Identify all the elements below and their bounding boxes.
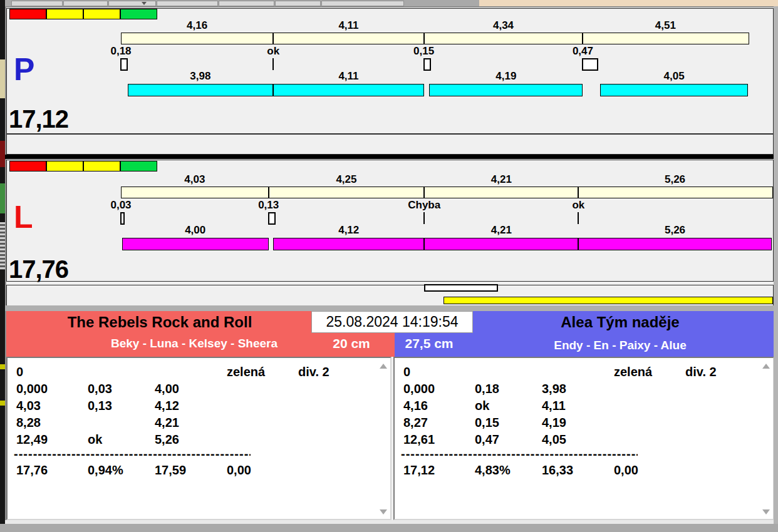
- scroll-down-icon[interactable]: [762, 509, 770, 514]
- result-cell: 0,47: [475, 432, 499, 447]
- between-lanes-strip: [6, 134, 774, 155]
- result-cell: 4,00: [155, 381, 179, 396]
- scroll-up-icon[interactable]: [380, 364, 387, 369]
- left-strip-fragment: [0, 59, 5, 98]
- results-panel-left[interactable]: 0zelenádiv. 20,0000,034,004,030,134,128,…: [6, 357, 392, 520]
- result-cell: 4,05: [542, 432, 566, 447]
- background-toolbar-segment: [219, 1, 274, 6]
- dog-time-label: 5,26: [644, 224, 707, 236]
- result-cell: 8,28: [16, 415, 41, 430]
- result-total-cell: 16,33: [542, 463, 573, 478]
- split-bar-divider: [423, 187, 425, 198]
- run-indicator-box: [83, 9, 120, 19]
- result-cell: 4,11: [542, 398, 566, 413]
- left-strip-fragment: [0, 364, 5, 369]
- split-time-bar: [121, 187, 773, 198]
- split-bar-divider: [582, 33, 583, 44]
- results-separator: ----------------------------------------…: [14, 446, 251, 461]
- dog-time-label: 4,21: [470, 224, 532, 236]
- dog-time-label: 4,05: [643, 70, 705, 82]
- result-cell: ok: [475, 398, 489, 413]
- result-total-cell: 17,76: [16, 463, 48, 478]
- run-indicator-box: [120, 161, 157, 171]
- result-cell: div. 2: [685, 364, 717, 379]
- result-cell: 12,61: [403, 432, 435, 447]
- split-time-label: 4,11: [317, 19, 380, 31]
- results-separator: ----------------------------------------…: [401, 446, 638, 461]
- result-cell: 0,03: [88, 381, 112, 396]
- result-cell: 0,13: [88, 398, 112, 413]
- result-cell: 4,21: [155, 415, 179, 430]
- white-marker-box: [424, 284, 498, 292]
- dog-run-bar-segment: [273, 84, 423, 96]
- split-bar-divider: [272, 33, 274, 44]
- team-dogs-right: Endy - En - Paixy - Alue: [473, 338, 767, 353]
- dog-run-bar-segment: [273, 238, 424, 250]
- lane-p-total: 17,12: [9, 105, 68, 133]
- scroll-up-icon[interactable]: [762, 364, 770, 369]
- dog-time-label: 3,98: [169, 70, 232, 82]
- change-marker-tick: [423, 212, 425, 224]
- dog-run-bar-segment: [424, 238, 578, 250]
- left-strip-fragment: [0, 401, 5, 406]
- result-cell: 0,000: [16, 381, 48, 396]
- change-time-label: ok: [242, 45, 304, 57]
- result-cell: 8,27: [403, 415, 428, 430]
- results-panel-right[interactable]: 0zelenádiv. 20,0000,183,984,16ok4,118,27…: [393, 357, 774, 520]
- change-time-label: ok: [547, 199, 609, 211]
- split-time-label: 4,21: [470, 173, 532, 185]
- result-cell: 4,12: [155, 398, 179, 413]
- split-bar-divider: [268, 187, 269, 198]
- dog-run-bar-segment: [600, 84, 748, 96]
- dog-time-label: 4,00: [164, 224, 227, 236]
- dropdown-arrow-icon[interactable]: [142, 2, 147, 5]
- run-indicator-box: [120, 9, 157, 19]
- result-cell: 0,000: [403, 381, 435, 396]
- result-total-cell: 17,12: [403, 463, 435, 478]
- change-time-label: 0,18: [90, 45, 152, 57]
- change-time-label: 0,03: [90, 199, 152, 211]
- split-time-label: 5,26: [644, 173, 707, 185]
- result-cell: 4,16: [403, 398, 428, 413]
- dog-run-bar-segment: [122, 238, 269, 250]
- change-marker-box: [423, 58, 431, 71]
- run-indicator-box: [46, 161, 83, 171]
- result-cell: 0: [16, 364, 23, 379]
- split-time-label: 4,34: [472, 19, 535, 31]
- dog-run-bar-segment: [429, 84, 583, 96]
- background-toolbar-segment: [63, 1, 108, 6]
- dog-time-label: 4,11: [317, 70, 380, 82]
- change-marker-box: [120, 212, 125, 225]
- change-time-label: Chyba: [393, 199, 455, 211]
- result-cell: ok: [88, 432, 102, 447]
- dog-time-label: 4,12: [318, 224, 380, 236]
- result-cell: 4,19: [542, 415, 566, 430]
- result-total-cell: 0,00: [227, 463, 251, 478]
- result-total-cell: 0,94%: [88, 463, 123, 478]
- result-cell: zelená: [227, 364, 265, 379]
- black-separator-bar: [5, 155, 774, 159]
- jump-height-left: 20 cm: [314, 335, 389, 352]
- result-cell: div. 2: [298, 364, 329, 379]
- timestamp: 25.08.2024 14:19:54: [311, 311, 473, 333]
- run-indicator-box: [9, 161, 46, 171]
- team-name-left: The Rebels Rock and Roll: [6, 314, 313, 331]
- result-cell: 0: [403, 364, 410, 379]
- change-time-label: 0,47: [551, 45, 614, 57]
- left-strip-fragment: [0, 141, 5, 167]
- lane-p-letter: P: [14, 54, 34, 85]
- result-cell: 5,26: [155, 432, 179, 447]
- scroll-down-icon[interactable]: [380, 509, 387, 514]
- dog-run-bar-segment: [128, 84, 274, 96]
- change-marker-tick: [272, 58, 274, 70]
- background-toolbar-segment: [157, 1, 218, 6]
- left-strip-fragment: [0, 183, 5, 213]
- window-right-edge: [774, 6, 778, 524]
- result-cell: 4,03: [16, 398, 41, 413]
- result-total-cell: 17,59: [155, 463, 186, 478]
- background-toolbar-segment: [275, 1, 321, 6]
- dog-time-label: 4,19: [475, 70, 537, 82]
- scoreboard-divider-band: [5, 305, 774, 311]
- jump-height-right: 27,5 cm: [392, 335, 467, 352]
- result-total-cell: 4,83%: [475, 463, 511, 478]
